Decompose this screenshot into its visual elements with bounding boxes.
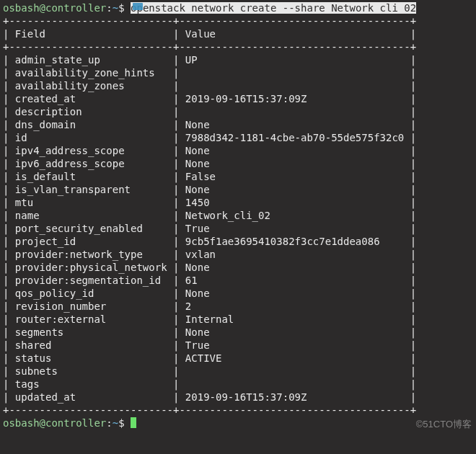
table-row: | qos_policy_id | None | bbox=[3, 287, 473, 300]
table-row: | name | Network_cli_02 | bbox=[3, 209, 473, 222]
table-row: | is_vlan_transparent | None | bbox=[3, 183, 473, 196]
prompt-symbol: $ bbox=[118, 417, 131, 429]
table-row: | created_at | 2019-09-16T15:37:09Z | bbox=[3, 92, 473, 105]
table-row: | dns_domain | None | bbox=[3, 118, 473, 131]
prompt-colon: : bbox=[106, 2, 112, 14]
command-text: openstack network create --share Network… bbox=[131, 2, 416, 14]
table-border: +---------------------------+-----------… bbox=[3, 14, 473, 27]
table-border: +---------------------------+-----------… bbox=[3, 404, 473, 417]
cursor-icon bbox=[131, 417, 136, 428]
table-row: | mtu | 1450 | bbox=[3, 196, 473, 209]
table-row: | subnets | | bbox=[3, 365, 473, 378]
prompt-user-host: osbash@controller bbox=[3, 417, 106, 429]
table-row: | id | 7988d342-1181-4cbe-ab70-55de575f3… bbox=[3, 131, 473, 144]
table-row: | description | | bbox=[3, 105, 473, 118]
table-row: | project_id | 9cb5f1ae3695410382f3cc7e1… bbox=[3, 235, 473, 248]
table-row: | availability_zone_hints | | bbox=[3, 66, 473, 79]
prompt-colon: : bbox=[106, 417, 112, 429]
table-row: | tags | | bbox=[3, 378, 473, 391]
terminal-output: osbash@controller:~$ openstack network c… bbox=[0, 0, 476, 431]
table-row: | is_default | False | bbox=[3, 170, 473, 183]
prompt-path: ~ bbox=[113, 2, 118, 14]
prompt-path: ~ bbox=[113, 417, 118, 429]
prompt-symbol: $ bbox=[118, 2, 131, 14]
prompt-user-host: osbash@controller bbox=[3, 2, 106, 14]
table-row: | segments | None | bbox=[3, 326, 473, 339]
table-header: | Field | Value | bbox=[3, 27, 473, 40]
table-row: | ipv4_address_scope | None | bbox=[3, 144, 473, 157]
table-row: | ipv6_address_scope | None | bbox=[3, 157, 473, 170]
table-row: | router:external | Internal | bbox=[3, 313, 473, 326]
table-row: | availability_zones | | bbox=[3, 79, 473, 92]
table-row: | provider:network_type | vxlan | bbox=[3, 248, 473, 261]
table-row: | provider:segmentation_id | 61 | bbox=[3, 274, 473, 287]
table-row: | status | ACTIVE | bbox=[3, 352, 473, 365]
table-row: | port_security_enabled | True | bbox=[3, 222, 473, 235]
table-row: | provider:physical_network | None | bbox=[3, 261, 473, 274]
prompt-line[interactable]: osbash@controller:~$ openstack network c… bbox=[3, 1, 473, 14]
table-border: +---------------------------+-----------… bbox=[3, 40, 473, 53]
table-row: | revision_number | 2 | bbox=[3, 300, 473, 313]
prompt-line-idle[interactable]: osbash@controller:~$ bbox=[3, 417, 473, 429]
table-row: | shared | True | bbox=[3, 339, 473, 352]
table-row: | admin_state_up | UP | bbox=[3, 53, 473, 66]
table-row: | updated_at | 2019-09-16T15:37:09Z | bbox=[3, 391, 473, 404]
